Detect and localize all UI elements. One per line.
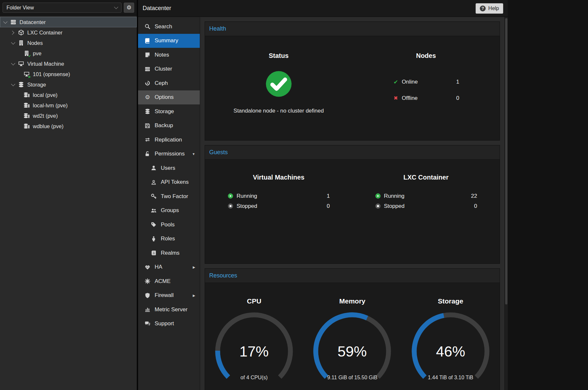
database-drive-icon bbox=[23, 123, 30, 129]
menu-item-pools[interactable]: Pools bbox=[138, 218, 200, 232]
vm-stopped-count: 0 bbox=[327, 203, 330, 209]
sidebar-item-pve[interactable]: ✔ pve bbox=[0, 48, 137, 59]
server-stack-icon bbox=[144, 66, 151, 72]
menu-item-acme[interactable]: ACME bbox=[138, 274, 200, 289]
menu-item-options[interactable]: ⚙ Options bbox=[138, 90, 200, 105]
storage-title: Storage bbox=[438, 297, 463, 305]
cpu-gauge: 17% of 4 CPU(s) bbox=[205, 310, 303, 386]
desktop-icon: ▶ bbox=[23, 71, 30, 77]
memory-caption: 9.11 GiB of 15.50 GiB bbox=[303, 375, 401, 381]
check-icon: ✔ bbox=[393, 79, 399, 85]
tree-label: wd2t (pve) bbox=[33, 113, 58, 119]
nodes-title: Nodes bbox=[416, 52, 436, 60]
menu-item-metric-server[interactable]: Metric Server bbox=[138, 303, 200, 317]
database-drive-icon bbox=[23, 92, 30, 98]
nodes-offline-row: ✖ Offline 0 bbox=[393, 90, 459, 106]
menu-item-label: Support bbox=[155, 320, 174, 327]
menu-item-notes[interactable]: Notes bbox=[138, 48, 200, 62]
sidebar-item-datacenter[interactable]: Datacenter bbox=[0, 17, 137, 27]
menu-item-backup[interactable]: Backup bbox=[138, 119, 200, 133]
menu-item-api-tokens[interactable]: API Tokens bbox=[138, 175, 200, 190]
memory-title: Memory bbox=[339, 297, 365, 305]
menu-item-cluster[interactable]: Cluster bbox=[138, 62, 200, 76]
menu-item-ceph[interactable]: Ceph bbox=[138, 76, 200, 90]
check-circle-icon bbox=[265, 70, 293, 98]
menu-item-label: Search bbox=[155, 23, 172, 30]
sidebar-item-storage-local[interactable]: local (pve) bbox=[0, 90, 137, 100]
sidebar-item-storage-local-lvm[interactable]: local-lvm (pve) bbox=[0, 100, 137, 111]
scrollbar-thumb[interactable] bbox=[505, 18, 507, 304]
sidebar-item-storage-wd2t[interactable]: wd2t (pve) bbox=[0, 111, 137, 121]
resources-panel: Resources CPU 17% of 4 CPU(s) bbox=[205, 268, 500, 390]
expander-icon[interactable] bbox=[3, 20, 7, 24]
building-icon: ✔ bbox=[23, 50, 30, 57]
sidebar-item-storage-wdblue[interactable]: wdblue (pve) bbox=[0, 121, 137, 131]
menu-item-summary[interactable]: Summary bbox=[138, 34, 200, 48]
sidebar-item-lxc-container[interactable]: LXC Container bbox=[0, 27, 137, 38]
guests-panel-title: Guests bbox=[205, 145, 500, 160]
view-mode-select[interactable]: Folder View bbox=[3, 3, 121, 13]
menu-item-storage[interactable]: Storage bbox=[138, 104, 200, 119]
menu-item-label: Users bbox=[161, 165, 175, 171]
expander-icon[interactable] bbox=[11, 61, 15, 65]
sidebar-item-storage[interactable]: Storage bbox=[0, 79, 137, 90]
summary-content: Health Status Standalone node - no clust… bbox=[200, 17, 505, 390]
view-mode-value: Folder View bbox=[6, 5, 34, 11]
menu-item-label: Permissions bbox=[155, 151, 185, 157]
tree-label: 101 (opnsense) bbox=[33, 71, 70, 77]
help-button[interactable]: ? Help bbox=[476, 3, 503, 14]
sidebar-item-virtual-machine[interactable]: Virtual Machine bbox=[0, 59, 137, 69]
resources-panel-title: Resources bbox=[205, 269, 500, 283]
cpu-column: CPU 17% of 4 CPU(s) bbox=[205, 283, 303, 390]
note-icon bbox=[144, 52, 151, 58]
building-icon bbox=[18, 40, 24, 46]
expander-icon[interactable] bbox=[11, 40, 15, 45]
tree-label: Virtual Machine bbox=[27, 61, 64, 67]
offline-count: 0 bbox=[456, 95, 459, 101]
search-icon bbox=[144, 23, 151, 30]
unlock-icon bbox=[144, 151, 151, 157]
expander-icon[interactable] bbox=[10, 31, 14, 35]
vertical-scrollbar[interactable] bbox=[505, 17, 508, 390]
menu-item-groups[interactable]: Groups bbox=[138, 204, 200, 218]
menu-item-label: Pools bbox=[161, 222, 175, 228]
menu-item-label: Metric Server bbox=[155, 306, 187, 313]
menu-item-users[interactable]: Users bbox=[138, 161, 200, 175]
menu-item-label: Groups bbox=[161, 207, 179, 214]
menu-item-two-factor[interactable]: Two Factor bbox=[138, 189, 200, 204]
tag-icon bbox=[150, 222, 157, 228]
row-label: Stopped bbox=[384, 203, 404, 209]
menu-item-search[interactable]: Search bbox=[138, 20, 200, 34]
menu-item-label: API Tokens bbox=[161, 179, 189, 185]
tree-label: Datacenter bbox=[19, 19, 46, 25]
menu-item-firewall[interactable]: Firewall ▶ bbox=[138, 289, 200, 303]
menu-item-ha[interactable]: HA ▶ bbox=[138, 260, 200, 275]
tree-toolbar: Folder View ⚙ bbox=[0, 0, 137, 16]
question-circle-icon: ? bbox=[480, 6, 486, 11]
expander-icon[interactable] bbox=[11, 82, 15, 86]
chevron-right-icon: ▶ bbox=[193, 265, 195, 269]
proxmox-app: Folder View ⚙ Datacenter LXC Container bbox=[0, 0, 508, 390]
resource-tree: Datacenter LXC Container Nodes ✔ pve bbox=[0, 16, 137, 390]
row-label: Stopped bbox=[236, 203, 257, 209]
server-stack-icon bbox=[10, 19, 17, 25]
tree-settings-button[interactable]: ⚙ bbox=[124, 3, 134, 13]
gauge-value-arc bbox=[218, 351, 228, 377]
play-circle-icon bbox=[227, 193, 234, 199]
menu-item-realms[interactable]: Realms bbox=[138, 246, 200, 260]
sidebar-item-nodes[interactable]: Nodes bbox=[0, 38, 137, 48]
menu-item-permissions[interactable]: Permissions ▼ bbox=[138, 147, 200, 161]
tree-label: Nodes bbox=[27, 40, 43, 46]
menu-item-roles[interactable]: Roles bbox=[138, 232, 200, 246]
cpu-title: CPU bbox=[247, 297, 261, 305]
menu-item-replication[interactable]: Replication bbox=[138, 133, 200, 147]
row-label: Offline bbox=[402, 95, 418, 101]
person-icon bbox=[150, 236, 157, 242]
sidebar-item-vm-101[interactable]: ▶ 101 (opnsense) bbox=[0, 69, 137, 79]
cpu-caption: of 4 CPU(s) bbox=[205, 375, 303, 381]
key-icon bbox=[150, 193, 157, 199]
chevron-down-icon: ▼ bbox=[192, 152, 195, 156]
menu-item-support[interactable]: Support bbox=[138, 317, 200, 331]
status-title: Status bbox=[269, 52, 288, 60]
vm-running-row: Running 1 bbox=[227, 191, 330, 201]
